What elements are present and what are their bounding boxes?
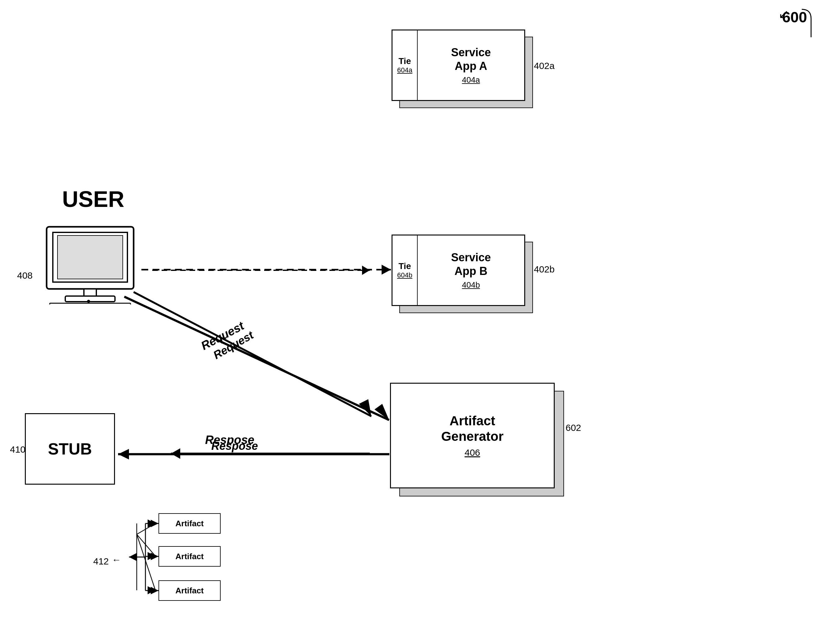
service-app-b-ref: 404b — [462, 280, 480, 290]
svg-rect-18 — [50, 303, 130, 305]
svg-marker-5 — [171, 448, 180, 459]
artifact-gen-ref: 406 — [465, 447, 480, 458]
service-app-a-ref: 404a — [462, 75, 480, 85]
svg-marker-3 — [359, 399, 371, 416]
svg-line-8 — [137, 534, 155, 590]
svg-marker-21 — [382, 265, 391, 275]
svg-marker-30 — [151, 520, 159, 527]
svg-rect-17 — [65, 296, 115, 302]
artifact-box-2: Artifact — [159, 546, 221, 567]
tie-a-label: Tie — [399, 56, 411, 66]
ref-412-arrow: ← — [112, 555, 121, 565]
svg-marker-12 — [148, 586, 155, 594]
user-label: USER — [62, 187, 124, 212]
ref-408: 408 — [17, 270, 32, 281]
artifact-2-label: Artifact — [175, 552, 203, 561]
response-text: Respose — [205, 433, 254, 447]
artifact-3-label: Artifact — [175, 586, 203, 595]
service-app-a-tie: Tie 604a — [393, 31, 418, 100]
svg-marker-11 — [148, 552, 155, 560]
artifact-gen-title: ArtifactGenerator — [441, 413, 504, 444]
artifact-box-1: Artifact — [159, 513, 221, 534]
ref-402b: 402b — [534, 264, 555, 275]
service-app-b-tie: Tie 604b — [393, 235, 418, 305]
ref-602: 602 — [565, 422, 581, 433]
svg-line-6 — [137, 524, 155, 534]
svg-marker-10 — [148, 519, 155, 527]
service-app-b-box: Tie 604b ServiceApp B 404b — [392, 235, 525, 306]
svg-marker-25 — [118, 449, 129, 459]
ref-412: 412 — [93, 556, 109, 567]
tie-b-ref: 604b — [397, 271, 413, 279]
svg-marker-31 — [151, 553, 159, 560]
svg-marker-1 — [362, 266, 370, 275]
artifact-1-label: Artifact — [175, 519, 203, 529]
service-app-a-title: ServiceApp A — [451, 45, 491, 72]
computer-icon — [41, 224, 140, 306]
ref-410: 410 — [10, 444, 26, 455]
figure-bracket: ↙ — [778, 7, 789, 21]
svg-line-22 — [124, 297, 389, 420]
artifact-box-3: Artifact — [159, 580, 221, 601]
svg-marker-34 — [129, 553, 137, 561]
svg-rect-15 — [57, 235, 123, 279]
stub-box: STUB — [25, 413, 115, 485]
service-app-b-content: ServiceApp B 404b — [418, 235, 524, 305]
svg-point-19 — [87, 300, 90, 303]
tie-b-label: Tie — [399, 261, 411, 271]
stub-label: STUB — [48, 440, 92, 458]
tie-a-ref: 604a — [397, 66, 413, 74]
svg-marker-32 — [151, 587, 159, 594]
service-app-a-box: Tie 604a ServiceApp A 404a — [392, 29, 525, 101]
ref-402a: 402a — [534, 61, 555, 71]
service-app-b-title: ServiceApp B — [451, 251, 491, 277]
artifact-gen-box: ArtifactGenerator 406 — [390, 383, 555, 488]
service-app-a-content: ServiceApp A 404a — [418, 31, 524, 100]
svg-marker-23 — [374, 404, 389, 420]
svg-line-2 — [134, 292, 371, 416]
diagram: 600 ↙ Tie 604a ServiceApp A 404a 402a Ti… — [0, 0, 835, 644]
svg-line-7 — [137, 534, 155, 556]
